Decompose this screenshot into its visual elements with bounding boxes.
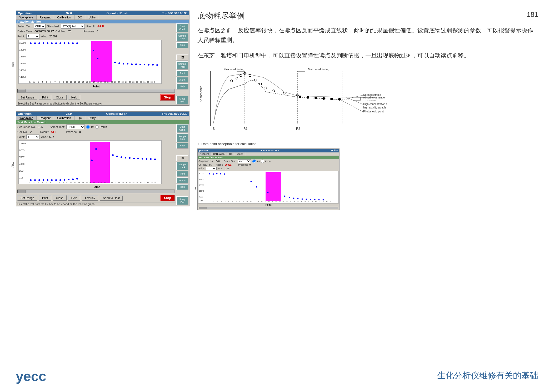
- svg-point-16: [68, 42, 69, 44]
- panel2-point-select[interactable]: 1: [26, 135, 39, 139]
- panel2-nav-workplace[interactable]: Workplace: [16, 116, 37, 120]
- panel1-scrollbar[interactable]: [17, 89, 175, 93]
- panel2-alarm-btn[interactable]: Alarm: [176, 177, 188, 183]
- right-column: 底物耗尽举例 在读点区之前，反应速率很快，在读点区反而平缓成直线状，此时的结果呈…: [197, 11, 537, 210]
- panel2-chart-svg: 12199 9783 7367 4950 2534 118: [19, 141, 166, 184]
- svg-point-14: [59, 42, 61, 44]
- panel2-stop-btn[interactable]: Stop: [160, 195, 175, 201]
- svg-text:8: 8: [59, 182, 60, 183]
- panel3-scrollbar[interactable]: [199, 207, 338, 209]
- svg-point-86: [72, 178, 74, 180]
- panel2-radio-rerun[interactable]: [95, 125, 99, 129]
- bottom-right-title: 生化分析仪维修有关的基础: [437, 370, 538, 381]
- panel1-close-btn[interactable]: Close: [53, 95, 67, 100]
- panel3-nav-qc[interactable]: QC: [227, 152, 235, 156]
- panel1-alarm-btn[interactable]: Alarm: [176, 77, 188, 83]
- panel1-point-select[interactable]: 1: [26, 34, 39, 39]
- panel2-result-val: 43 F: [51, 130, 57, 133]
- panel1-print-btn[interactable]: Print: [39, 95, 51, 100]
- svg-text:27: 27: [129, 81, 131, 83]
- svg-point-7: [30, 42, 32, 44]
- svg-text:-100: -100: [199, 200, 203, 202]
- panel1-nav-workplace[interactable]: Workplace: [16, 15, 37, 19]
- panel2-point-label: Point:: [17, 135, 25, 138]
- panel1-img-btn[interactable]: 🖼: [176, 54, 188, 61]
- panel2-select-test[interactable]: HBDH: [66, 125, 85, 129]
- svg-point-87: [76, 178, 78, 180]
- panel1-nav-utility[interactable]: Utility: [85, 15, 99, 19]
- svg-text:10: 10: [66, 182, 68, 183]
- panel3-nav-reagent[interactable]: Reagent: [198, 152, 211, 156]
- svg-point-100: [150, 158, 152, 160]
- panel1-standard-select[interactable]: STD(1) 2nd: [61, 24, 85, 29]
- panel2-sample-stop-btn[interactable]: Sample Stop: [176, 133, 188, 142]
- panel2-print-side-btn[interactable]: Print: [176, 171, 188, 177]
- panel1-select-test[interactable]: CHE: [34, 24, 46, 29]
- panel2-radio-1st[interactable]: [86, 125, 90, 129]
- panel3-point-select[interactable]: 1: [206, 167, 217, 170]
- svg-text:18: 18: [97, 81, 99, 83]
- panel2-send-to-host-btn[interactable]: Send to Host: [100, 195, 123, 201]
- svg-point-153: [330, 98, 333, 100]
- svg-text:22: 22: [111, 182, 113, 183]
- svg-text:30: 30: [315, 201, 317, 202]
- panel2-nav-reagent[interactable]: Reagent: [37, 116, 54, 120]
- panel1-nav-qc[interactable]: QC: [74, 15, 86, 19]
- panel2-scrollbar[interactable]: [17, 190, 175, 193]
- svg-point-76: [30, 179, 32, 181]
- panel2-nav-utility[interactable]: Utility: [85, 116, 99, 120]
- panel3-nav-calibration[interactable]: Calibration: [211, 152, 227, 156]
- svg-point-189: [251, 181, 252, 182]
- panel1-stop-btn[interactable]: Stop: [160, 94, 175, 101]
- panel1-sleep-exit-btn[interactable]: Sleep Exit: [176, 96, 188, 105]
- svg-text:28: 28: [132, 182, 134, 183]
- panel2-stop-side-btn[interactable]: Stop: [176, 143, 188, 149]
- panel1-help-side-btn[interactable]: Help: [176, 83, 188, 90]
- panel2-nav-calibration[interactable]: Calibration: [54, 116, 74, 120]
- panel2-overlay-btn[interactable]: Overlay: [82, 195, 98, 201]
- panel3-header-right: Utility: [331, 149, 338, 152]
- panel2-sample-track-btn[interactable]: Sample Track: [176, 162, 188, 171]
- panel1-start-cond-btn[interactable]: Start Cond.: [176, 23, 188, 32]
- panel2-setrange-btn[interactable]: Set Range: [17, 195, 37, 201]
- panel2-print-btn[interactable]: Print: [39, 195, 51, 201]
- panel3-chart: 40000 31900 23800 15040 7900 -100: [198, 171, 339, 204]
- reaction-monitor-panel-2: Operation 36.9 Operator ID: sh Thu 06/18…: [16, 111, 189, 206]
- panel3-select-test[interactable]: AMY: [238, 159, 251, 163]
- panel2-nav-qc[interactable]: QC: [74, 116, 86, 120]
- svg-text:17: 17: [93, 81, 95, 83]
- svg-point-29: [148, 64, 149, 66]
- panel2-sleep-exit-btn[interactable]: Sleep Exit: [176, 196, 188, 205]
- panel3-nav-utility[interactable]: Utility: [235, 152, 245, 156]
- panel2-help-side-btn[interactable]: Help: [176, 184, 188, 190]
- panel2-img-btn[interactable]: 🖼: [176, 155, 188, 161]
- panel1-nav-reagent[interactable]: Reagent: [37, 15, 54, 19]
- panel1-sample-track-btn[interactable]: Sample Track: [176, 61, 188, 70]
- svg-text:31: 31: [143, 81, 146, 83]
- panel3-radio-rerun[interactable]: [261, 160, 264, 163]
- panel1-help-btn[interactable]: Help: [68, 95, 81, 100]
- panel2-abs-label: Abs.:: [41, 135, 48, 138]
- panel2-header-temp: 36.9: [66, 112, 72, 115]
- panel2-close-btn[interactable]: Close: [53, 195, 67, 201]
- panel1-stop-side-btn[interactable]: Stop: [176, 42, 188, 48]
- panel1-setrange-btn[interactable]: Set Range: [17, 95, 37, 100]
- svg-text:3: 3: [217, 201, 218, 202]
- panel3-section-header: Test Reaction Monitor: [198, 156, 339, 159]
- panel1-sample-stop-btn[interactable]: Sample Stop: [176, 33, 188, 42]
- panel1-print-side-btn[interactable]: Print: [176, 70, 188, 76]
- svg-text:2: 2: [33, 81, 34, 83]
- panel1-chart-wrapper: Abs. 15000 14980 14760 14640 14520 14400: [17, 40, 175, 88]
- svg-text:7367: 7367: [19, 156, 24, 158]
- panel3-abs-label: Abs.:: [218, 167, 224, 170]
- svg-point-20: [97, 58, 98, 59]
- panel2-content: Sequence No.: 125 Select Test: HBDH 1st …: [16, 124, 176, 206]
- panel2-help-btn[interactable]: Help: [68, 195, 81, 201]
- svg-text:4: 4: [42, 81, 43, 83]
- panel3-radio-1st[interactable]: [252, 160, 256, 163]
- panel1-nav-calibration[interactable]: Calibration: [54, 15, 74, 19]
- svg-text:R2: R2: [296, 127, 300, 131]
- svg-point-22: [118, 62, 120, 64]
- svg-point-152: [322, 97, 325, 100]
- panel2-start-cond-btn[interactable]: Start Cond.: [176, 124, 188, 133]
